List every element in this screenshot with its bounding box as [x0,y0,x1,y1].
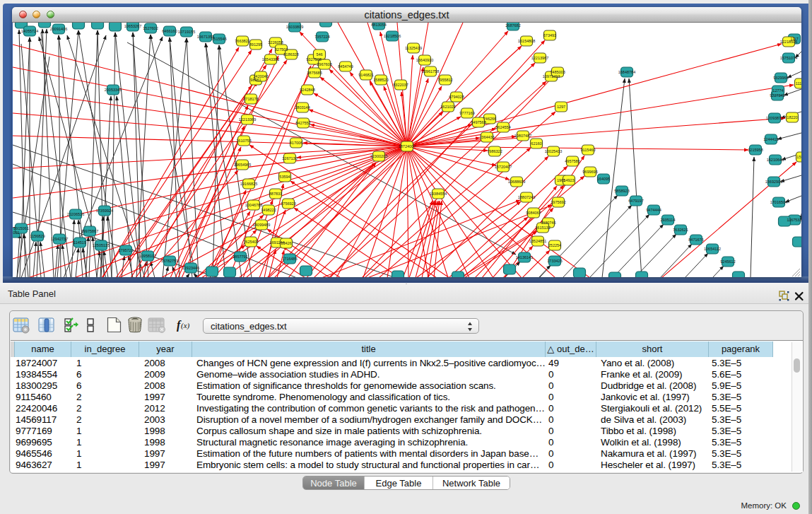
svg-text:9227342: 9227342 [770,93,784,98]
svg-text:16154808: 16154808 [518,39,535,43]
svg-text:327503: 327503 [275,47,288,52]
svg-text:546: 546 [316,52,322,57]
svg-text:51001: 51001 [13,230,20,235]
svg-text:887833: 887833 [269,192,282,196]
svg-text:252254: 252254 [548,243,561,247]
svg-text:9329966: 9329966 [773,76,788,80]
svg-text:3267130: 3267130 [282,156,297,160]
svg-text:18220: 18220 [787,115,797,119]
svg-text:19975867: 19975867 [81,229,98,233]
svg-text:10807487: 10807487 [514,134,531,138]
svg-text:20206536: 20206536 [67,212,84,216]
svg-text:3756923: 3756923 [281,201,295,206]
svg-text:15720407: 15720407 [495,165,512,169]
svg-text:3624554: 3624554 [495,125,510,129]
svg-text:673493: 673493 [543,33,556,37]
svg-text:4957586: 4957586 [565,159,579,163]
svg-text:8471676: 8471676 [688,238,703,242]
svg-text:8454749: 8454749 [338,64,353,69]
svg-text:9146821: 9146821 [358,73,373,77]
svg-text:8813054: 8813054 [371,23,386,27]
svg-text:9474444: 9474444 [646,208,661,212]
svg-text:1733426: 1733426 [547,259,562,263]
svg-text:891295: 891295 [249,42,262,47]
svg-text:12505135: 12505135 [93,243,110,247]
svg-text:7663822: 7663822 [235,39,249,43]
svg-text:164095: 164095 [597,177,610,181]
svg-text:1615132: 1615132 [535,226,550,230]
svg-text:3915061: 3915061 [13,226,28,230]
svg-text:3226058: 3226058 [268,40,283,45]
svg-text:17016504: 17016504 [770,200,787,204]
svg-text:12923446: 12923446 [182,266,199,270]
svg-text:13524851: 13524851 [529,239,546,243]
svg-text:2935114: 2935114 [660,218,675,222]
svg-text:2420046: 2420046 [253,74,268,78]
svg-text:9699695: 9699695 [582,170,597,174]
svg-text:14055724: 14055724 [21,29,38,33]
svg-text:9084067: 9084067 [526,211,541,215]
svg-text:15692901: 15692901 [765,180,782,184]
svg-text:18724007: 18724007 [399,144,416,148]
svg-text:16033809: 16033809 [286,25,303,29]
svg-text:1527602: 1527602 [143,26,158,30]
svg-text:19218506: 19218506 [384,34,401,38]
svg-text:9857791: 9857791 [233,255,247,259]
svg-text:2364436: 2364436 [479,135,494,139]
svg-text:10958107: 10958107 [139,254,156,258]
svg-text:7955812: 7955812 [437,78,452,82]
svg-text:10719155: 10719155 [178,30,195,34]
svg-text:12218506: 12218506 [780,40,797,44]
svg-text:1297: 1297 [557,105,565,109]
svg-text:14099489: 14099489 [253,223,270,227]
svg-text:6479197: 6479197 [628,199,643,203]
svg-text:7625402: 7625402 [243,240,258,244]
svg-text:1975692: 1975692 [551,200,565,204]
svg-text:9777169: 9777169 [459,111,474,115]
svg-text:2803144: 2803144 [295,105,310,110]
svg-text:16848784: 16848784 [618,70,635,74]
svg-text:5858923: 5858923 [614,189,629,193]
svg-text:2687682: 2687682 [505,23,520,28]
svg-text:17359924: 17359924 [96,209,113,213]
svg-text:7986322: 7986322 [487,149,502,153]
svg-text:9242848: 9242848 [300,88,314,92]
svg-text:14136141: 14136141 [516,255,533,259]
svg-text:15751074: 15751074 [780,56,797,60]
svg-text:9245612: 9245612 [720,259,735,264]
svg-text:114519: 114519 [73,240,86,245]
svg-text:10046788: 10046788 [245,203,262,207]
svg-text:33426: 33426 [281,241,291,245]
svg-text:1795723: 1795723 [118,248,133,252]
svg-text:10654112: 10654112 [704,247,721,251]
svg-text:19654965: 19654965 [234,163,251,167]
svg-text:1588520: 1588520 [373,78,388,82]
svg-text:1716485: 1716485 [282,257,297,261]
svg-text:12942737: 12942737 [51,237,68,241]
svg-text:11125: 11125 [796,81,801,86]
svg-text:15958: 15958 [796,155,801,159]
svg-text:53594: 53594 [279,175,290,179]
svg-text:1498222: 1498222 [261,208,276,212]
svg-text:8186328: 8186328 [283,52,298,57]
svg-text:12774: 12774 [772,88,783,93]
svg-text:16640910: 16640910 [416,58,433,62]
svg-text:9115460: 9115460 [580,148,595,152]
svg-text:2718176: 2718176 [243,97,258,101]
svg-text:9327508: 9327508 [306,57,321,62]
svg-text:3875685: 3875685 [307,71,322,75]
svg-text:417006: 417006 [290,141,302,145]
svg-text:2967608: 2967608 [317,62,331,66]
svg-text:19384554: 19384554 [430,192,447,196]
svg-text:10688609: 10688609 [508,180,525,184]
svg-text:7357224: 7357224 [314,35,329,39]
svg-text:8427552: 8427552 [295,121,310,125]
svg-text:10653267: 10653267 [124,24,141,28]
svg-text:6794028: 6794028 [449,95,464,99]
svg-text:7515546: 7515546 [211,37,226,41]
svg-text:8322037: 8322037 [393,83,408,87]
svg-text:7485003: 7485003 [550,70,565,74]
svg-text:6497568: 6497568 [471,120,486,124]
svg-text:1244415: 1244415 [763,137,778,141]
svg-text:19166825: 19166825 [240,182,257,186]
